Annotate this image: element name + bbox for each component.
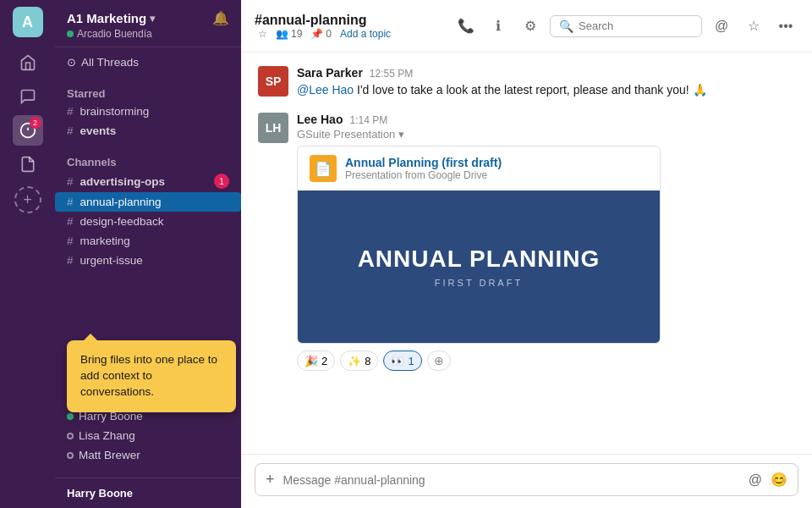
at-input-icon[interactable]: @ [749, 472, 762, 488]
emoji-input-icon[interactable]: 😊 [771, 472, 787, 488]
online-status-icon [67, 413, 74, 420]
search-icon: 🔍 [559, 19, 573, 33]
sidebar-item-advertising-ops[interactable]: # advertising-ops 1 [55, 170, 241, 192]
members-icon: 👥 [276, 28, 288, 40]
workspace-chevron: ▾ [150, 13, 155, 25]
bottom-user-name: Harry Boone [67, 487, 229, 500]
add-workspace-btn[interactable]: + [14, 186, 41, 213]
channel-name: brainstorming [80, 105, 150, 118]
file-name[interactable]: Annual Planning (first draft) [345, 156, 502, 169]
preview-subtitle: FIRST DRAFT [435, 278, 523, 288]
channel-header: #annual-planning ☆ 👥 19 📌 0 Add a topic … [241, 0, 812, 52]
starred-label: Starred [67, 87, 106, 100]
message-content-lee: Lee Hao 1:14 PM GSuite Presentation ▾ 📄 … [297, 113, 795, 371]
file-info: Annual Planning (first draft) Presentati… [345, 156, 502, 181]
sidebar-item-urgent-issue[interactable]: # urgent-issue [55, 251, 241, 270]
channel-name: advertising-ops [80, 175, 166, 188]
reaction-party[interactable]: 🎉 2 [297, 351, 335, 371]
reaction-emoji: 🎉 [304, 355, 318, 367]
star-icon[interactable]: ☆ [741, 14, 766, 39]
all-threads-section: ⊙ All Threads [55, 47, 241, 77]
icon-strip: A 2 + [0, 0, 55, 508]
channel-name-heading: #annual-planning [255, 13, 366, 28]
message-author: Sara Parker [297, 66, 363, 80]
pins-count[interactable]: 📌 0 [310, 28, 332, 40]
sidebar-item-events[interactable]: # events [55, 121, 241, 141]
sidebar-item-design-feedback[interactable]: # design-feedback [55, 212, 241, 231]
hash-icon: # [67, 105, 74, 118]
message-input-box: + @ 😊 [255, 463, 798, 496]
phone-icon[interactable]: 📞 [453, 14, 479, 39]
add-reaction-btn[interactable]: ⊕ [427, 351, 451, 371]
tooltip-box: Bring files into one place to add contex… [67, 340, 236, 412]
channel-title: #annual-planning [255, 13, 391, 28]
channel-search[interactable]: 🔍 [550, 15, 702, 37]
more-icon[interactable]: ••• [773, 14, 798, 39]
pins-num: 0 [326, 28, 332, 40]
file-preview[interactable]: ANNUAL PLANNING FIRST DRAFT [298, 190, 660, 343]
sidebar: A1 Marketing ▾ 🔔 Arcadio Buendía ⊙ All T… [55, 0, 241, 508]
sidebar-item-all-threads[interactable]: ⊙ All Threads [55, 52, 241, 72]
sidebar-item-marketing[interactable]: # marketing [55, 231, 241, 251]
sidebar-item-matt-brewer[interactable]: Matt Brewer [55, 445, 241, 465]
file-card: 📄 Annual Planning (first draft) Presenta… [297, 146, 661, 344]
bell-icon[interactable]: 🔔 [212, 10, 229, 26]
mention[interactable]: @Lee Hao [297, 83, 354, 97]
channel-name: urgent-issue [80, 254, 143, 267]
hash-icon: # [67, 175, 74, 188]
star-channel[interactable]: ☆ [258, 28, 267, 40]
workspace-logo[interactable]: A [13, 7, 43, 37]
home-icon-btn[interactable] [13, 47, 43, 78]
message-input[interactable] [283, 473, 740, 487]
channel-name: events [80, 124, 117, 137]
hash-icon: # [67, 124, 74, 137]
at-icon[interactable]: @ [709, 14, 734, 39]
starred-header[interactable]: Starred [55, 82, 241, 102]
file-subtitle: Presentation from Google Drive [345, 169, 502, 181]
avatar-sara: SP [258, 66, 288, 97]
channels-section: Channels # advertising-ops 1 # annual-pl… [55, 146, 241, 275]
activity-icon-btn[interactable]: 2 [13, 115, 43, 146]
reaction-sparkles[interactable]: ✨ 8 [340, 351, 378, 371]
hash-icon: # [67, 215, 74, 228]
workspace-name-text: A1 Marketing [67, 11, 146, 25]
reaction-emoji: ✨ [348, 355, 361, 367]
channel-name: design-feedback [80, 215, 164, 228]
file-type-icon: 📄 [310, 155, 337, 182]
channel-name: annual-planning [80, 196, 162, 208]
workspace-user: Arcadio Buendía [77, 28, 152, 40]
info-icon[interactable]: ℹ [486, 14, 511, 39]
starred-section: Starred # brainstorming # events [55, 77, 241, 146]
sidebar-bottom: Harry Boone [55, 478, 241, 508]
user-status: Arcadio Buendía [67, 28, 229, 40]
add-topic[interactable]: Add a topic [340, 28, 391, 40]
members-num: 19 [291, 28, 302, 40]
channels-header[interactable]: Channels [55, 151, 241, 170]
workspace-name[interactable]: A1 Marketing ▾ [67, 11, 155, 25]
message-sara: SP Sara Parker 12:55 PM @Lee Hao I'd lov… [258, 66, 795, 99]
members-count[interactable]: 👥 19 [276, 28, 302, 40]
hash-icon: # [67, 254, 74, 267]
sidebar-item-annual-planning[interactable]: # annual-planning [55, 192, 241, 212]
add-content-btn[interactable]: + [266, 471, 275, 489]
all-threads-label: All Threads [81, 56, 139, 69]
channel-meta: ☆ 👥 19 📌 0 Add a topic [258, 28, 391, 40]
message-input-area: + @ 😊 [241, 454, 812, 508]
dm-name: Lisa Zhang [79, 429, 135, 442]
message-body: I'd love to take a look at the latest re… [357, 83, 706, 97]
files-icon-btn[interactable] [13, 149, 43, 179]
sidebar-item-lisa-zhang[interactable]: Lisa Zhang [55, 426, 241, 445]
offline-status-icon [67, 433, 74, 439]
dm-icon-btn[interactable] [13, 81, 43, 112]
gear-icon[interactable]: ⚙ [518, 14, 543, 39]
reaction-eyes[interactable]: 👀 1 [383, 351, 421, 371]
channels-label: Channels [67, 156, 117, 168]
header-actions: 📞 ℹ ⚙ 🔍 @ ☆ ••• [453, 14, 798, 39]
sidebar-item-brainstorming[interactable]: # brainstorming [55, 102, 241, 121]
search-input[interactable] [579, 19, 693, 32]
gsuite-label[interactable]: GSuite Presentation ▾ [297, 128, 795, 141]
pin-icon: 📌 [310, 28, 323, 40]
preview-title: ANNUAL PLANNING [358, 246, 601, 273]
messages-area: SP Sara Parker 12:55 PM @Lee Hao I'd lov… [241, 52, 812, 454]
tooltip-text: Bring files into one place to add contex… [80, 353, 217, 398]
